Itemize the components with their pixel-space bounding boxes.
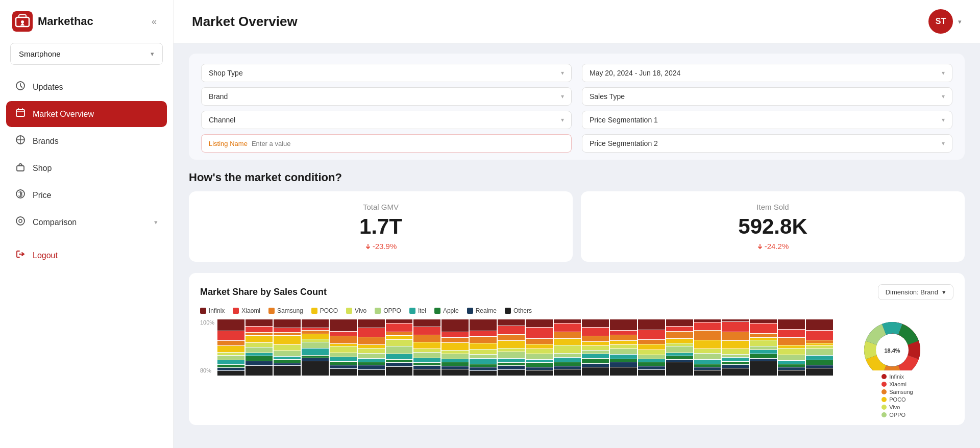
- donut-dot: [881, 405, 887, 410]
- bar-segment: [274, 366, 301, 376]
- bar-segment: [554, 345, 581, 353]
- bar-segment: [806, 368, 833, 376]
- donut-legend-oppo: OPPO: [881, 412, 913, 418]
- bar-segment: [554, 354, 581, 358]
- bar-segment: [610, 349, 637, 354]
- bar-segment: [470, 364, 497, 367]
- bar-group: [778, 319, 805, 376]
- price-seg2-filter[interactable]: Price Segmentation 2 ▾: [582, 134, 952, 153]
- bar-segment: [246, 366, 273, 376]
- category-dropdown[interactable]: Smartphone ▾: [10, 43, 163, 65]
- legend-dot-oppo: [375, 308, 381, 314]
- user-menu-chevron[interactable]: ▾: [958, 18, 962, 26]
- bar-segment: [722, 349, 749, 354]
- sidebar-item-shop[interactable]: Shop: [6, 155, 167, 181]
- header: Market Overview ST ▾: [174, 0, 980, 43]
- bar-segment: [413, 353, 440, 357]
- bar-segment: [498, 363, 525, 365]
- brand-filter[interactable]: Brand ▾: [201, 87, 572, 106]
- bar-segment: [582, 336, 609, 342]
- bar-segment: [694, 367, 721, 370]
- bar-segment: [386, 367, 413, 376]
- bar-segment: [722, 319, 749, 321]
- channel-filter[interactable]: Channel ▾: [201, 111, 572, 129]
- bar-segment: [498, 359, 525, 362]
- market-condition-title: How's the market condition?: [189, 171, 965, 184]
- sidebar-item-updates[interactable]: Updates: [6, 74, 167, 100]
- bar-segment: [582, 351, 609, 353]
- sidebar-item-logout-label: Logout: [33, 251, 58, 260]
- bar-segment: [217, 319, 244, 331]
- chart-section: Market Share by Sales Count Dimension: B…: [189, 273, 965, 425]
- bar-segment: [694, 319, 721, 322]
- bar-segment: [442, 354, 469, 359]
- updates-icon: [15, 81, 26, 93]
- bar-segment: [498, 349, 525, 352]
- sales-type-filter[interactable]: Sales Type ▾: [582, 87, 952, 106]
- bar-segment: [413, 369, 440, 376]
- bar-segment: [246, 336, 273, 342]
- bar-segment: [470, 343, 497, 349]
- price-seg1-filter[interactable]: Price Segmentation 1 ▾: [582, 111, 952, 129]
- bar-group: [246, 319, 273, 376]
- bar-segment: [470, 355, 497, 359]
- logo-icon: [12, 11, 33, 32]
- bar-segment: [582, 319, 609, 327]
- bar-segment: [750, 340, 777, 346]
- shop-type-label: Shop Type: [209, 69, 561, 77]
- y-label-80: 80%: [200, 367, 214, 374]
- donut-legend-xiaomi: Xiaomi: [881, 381, 913, 387]
- bar-group: [470, 319, 497, 376]
- legend-dot-infinix: [200, 308, 206, 314]
- sidebar-item-brands[interactable]: Brands: [6, 128, 167, 154]
- total-gmv-change: -23.9%: [365, 242, 397, 251]
- bar-segment: [638, 319, 665, 330]
- bar-segment: [526, 370, 553, 376]
- bar-segment: [386, 336, 413, 339]
- bar-segment: [750, 361, 777, 376]
- legend-item-itel: Itel: [409, 307, 426, 314]
- bar-segment: [330, 365, 357, 368]
- bar-group: [694, 319, 721, 376]
- donut-dot: [881, 389, 887, 394]
- chart-title: Market Share by Sales Count: [200, 287, 327, 297]
- sidebar-item-comparison[interactable]: Comparison ▾: [6, 209, 167, 235]
- total-gmv-label: Total GMV: [363, 203, 399, 211]
- chevron-down-icon: ▾: [151, 50, 154, 58]
- shop-type-filter[interactable]: Shop Type ▾: [201, 64, 572, 82]
- chart-header: Market Share by Sales Count Dimension: B…: [200, 284, 953, 300]
- bar-segment: [413, 319, 440, 327]
- sidebar-item-market-overview[interactable]: Market Overview: [6, 101, 167, 127]
- donut-dot: [881, 412, 887, 417]
- bar-segment: [694, 340, 721, 349]
- bar-segment: [554, 358, 581, 362]
- bar-segment: [217, 356, 244, 360]
- bar-segment: [722, 368, 749, 376]
- bar-segment: [330, 344, 357, 346]
- sidebar-item-price[interactable]: Price: [6, 182, 167, 208]
- dimension-select[interactable]: Dimension: Brand ▾: [878, 284, 953, 300]
- listing-name-filter: Listing Name: [201, 134, 572, 153]
- sidebar-item-market-overview-label: Market Overview: [33, 110, 94, 119]
- bar-segment: [722, 332, 749, 340]
- bar-group: [274, 319, 301, 376]
- bar-segment: [610, 345, 637, 349]
- bar-segment: [330, 369, 357, 376]
- user-avatar[interactable]: ST: [928, 9, 953, 34]
- bar-segment: [470, 337, 497, 342]
- bar-segment: [246, 361, 273, 366]
- sidebar-collapse-button[interactable]: «: [148, 14, 161, 29]
- date-range-filter[interactable]: May 20, 2024 - Jun 18, 2024 ▾: [582, 64, 952, 82]
- bar-segment: [610, 367, 637, 376]
- item-sold-value: 592.8K: [738, 214, 807, 239]
- listing-name-input[interactable]: [252, 140, 564, 147]
- sidebar-item-logout[interactable]: Logout: [6, 242, 167, 268]
- bar-segment: [302, 319, 329, 328]
- header-right: ST ▾: [928, 9, 962, 34]
- bar-segment: [217, 331, 244, 340]
- bar-segment: [526, 363, 553, 367]
- bar-segment: [302, 328, 329, 331]
- bar-segment: [442, 359, 469, 362]
- bar-segment: [666, 353, 693, 356]
- legend-item-realme: Realme: [467, 307, 497, 314]
